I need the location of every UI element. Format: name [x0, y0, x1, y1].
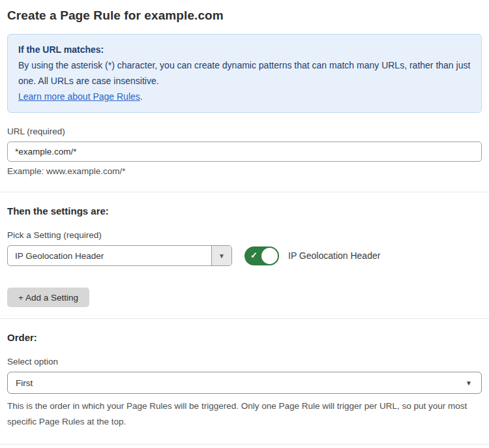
page-title: Create a Page Rule for example.com — [0, 0, 489, 23]
info-box-link-line: Learn more about Page Rules. — [18, 89, 471, 104]
order-section-heading: Order: — [7, 332, 482, 343]
ip-geolocation-toggle[interactable]: ✓ — [244, 246, 279, 265]
add-setting-button[interactable]: + Add a Setting — [7, 288, 89, 307]
learn-more-link[interactable]: Learn more about Page Rules — [18, 91, 140, 102]
settings-section-heading: Then the settings are: — [7, 205, 482, 217]
url-field-label: URL (required) — [7, 127, 482, 136]
info-box-heading: If the URL matches: — [18, 42, 471, 57]
section-divider — [0, 318, 489, 319]
url-match-info-box: If the URL matches: By using the asteris… — [7, 34, 482, 113]
check-icon: ✓ — [250, 250, 258, 260]
order-helper-text: This is the order in which your Page Rul… — [7, 398, 477, 430]
setting-dropdown-arrow-button[interactable]: ▼ — [211, 246, 231, 265]
setting-row: IP Geolocation Header ▼ ✓ IP Geolocation… — [7, 245, 482, 266]
order-select-label: Select option — [7, 357, 482, 366]
caret-down-icon: ▼ — [218, 252, 225, 260]
setting-dropdown[interactable]: IP Geolocation Header ▼ — [7, 245, 232, 266]
toggle-knob — [261, 248, 278, 264]
order-select-value: First — [16, 378, 33, 388]
info-box-body: By using the asterisk (*) character, you… — [18, 57, 471, 89]
link-period: . — [140, 91, 143, 102]
order-select[interactable]: First ▼ — [7, 372, 482, 394]
section-divider — [0, 192, 489, 192]
url-example-helper: Example: www.example.com/* — [7, 166, 482, 176]
toggle-label: IP Geolocation Header — [288, 250, 380, 261]
setting-dropdown-value: IP Geolocation Header — [8, 246, 211, 265]
footer-divider — [0, 444, 489, 445]
pick-setting-label: Pick a Setting (required) — [7, 230, 482, 240]
caret-down-icon: ▼ — [466, 380, 472, 387]
url-input[interactable] — [7, 142, 482, 162]
